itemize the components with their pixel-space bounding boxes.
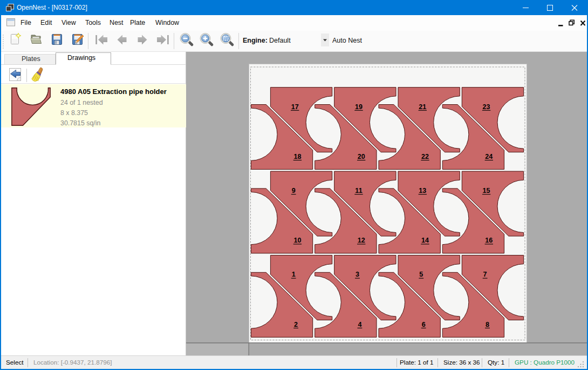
svg-text:8: 8 [486, 321, 489, 328]
svg-text:20: 20 [358, 153, 365, 160]
svg-text:17: 17 [291, 103, 299, 111]
svg-text:11: 11 [355, 187, 362, 194]
svg-text:2: 2 [294, 321, 298, 328]
svg-text:23: 23 [483, 103, 490, 111]
svg-text:21: 21 [419, 103, 426, 111]
svg-text:24: 24 [485, 153, 493, 160]
svg-text:4: 4 [358, 321, 361, 328]
svg-text:22: 22 [421, 153, 429, 160]
svg-text:19: 19 [355, 103, 363, 111]
svg-text:18: 18 [293, 153, 301, 160]
svg-text:9: 9 [292, 187, 296, 194]
svg-text:3: 3 [355, 271, 359, 278]
svg-text:6: 6 [422, 321, 426, 328]
svg-text:12: 12 [358, 237, 365, 244]
svg-text:5: 5 [419, 271, 423, 278]
svg-text:1: 1 [292, 271, 296, 278]
svg-text:10: 10 [293, 237, 301, 244]
svg-text:14: 14 [421, 237, 429, 244]
svg-text:16: 16 [485, 237, 493, 244]
svg-text:7: 7 [483, 271, 487, 278]
svg-text:15: 15 [483, 187, 490, 194]
svg-text:13: 13 [419, 187, 426, 194]
